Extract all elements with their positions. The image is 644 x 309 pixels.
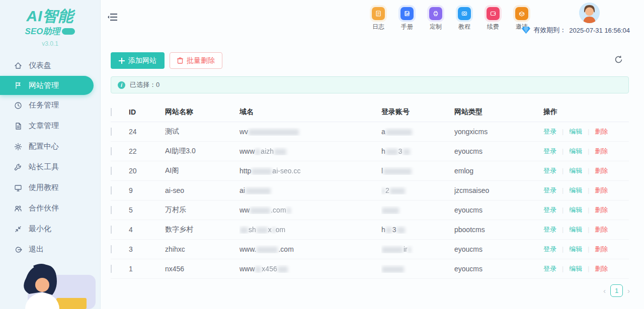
add-website-button[interactable]: 添加网站 (111, 52, 165, 69)
sidebar-item-dashboard[interactable]: 仪表盘 (0, 55, 100, 76)
sidebar-item-minimize[interactable]: 最小化 (0, 219, 100, 239)
cell-type: pbootcms (454, 226, 543, 234)
action-separator: | (588, 246, 589, 253)
sidebar-illustration (0, 259, 101, 309)
sidebar-item-config[interactable]: 配置中心 (0, 136, 100, 157)
login-action[interactable]: 登录 (543, 264, 556, 273)
delete-action[interactable]: 删除 (595, 225, 608, 234)
row-checkbox[interactable] (111, 265, 112, 273)
wrench-icon (14, 163, 22, 171)
delete-action[interactable]: 删除 (595, 166, 608, 175)
delete-action[interactable]: 删除 (595, 245, 608, 254)
cell-type: eyoucms (454, 245, 543, 253)
cell-type: eyoucms (454, 206, 543, 214)
cell-domain: wwwx456 (239, 265, 381, 273)
user-avatar[interactable] (579, 3, 600, 23)
delete-action[interactable]: 删除 (595, 264, 608, 273)
info-icon: i (118, 81, 125, 89)
plus-icon (119, 58, 125, 64)
table-row: 24测试wvayongxicms登录|编辑|删除 (111, 122, 629, 142)
refresh-icon[interactable] (614, 55, 623, 66)
quick-link-label: 续费 (487, 23, 499, 31)
login-action[interactable]: 登录 (543, 127, 556, 136)
edit-action[interactable]: 编辑 (569, 264, 582, 273)
edit-action[interactable]: 编辑 (569, 186, 582, 195)
login-action[interactable]: 登录 (543, 205, 556, 215)
select-all-checkbox[interactable] (111, 108, 112, 116)
quick-link-logs[interactable]: 日志 (371, 7, 386, 31)
quick-link-course[interactable]: 教程 (457, 7, 472, 31)
cell-type: emlog (454, 167, 543, 175)
sidebar-item-label: 退出 (29, 245, 44, 254)
quick-link-manual[interactable]: 手册 (399, 7, 415, 31)
row-checkbox[interactable] (111, 186, 112, 194)
row-checkbox[interactable] (111, 206, 112, 214)
delete-action[interactable]: 删除 (595, 186, 608, 195)
logout-icon (14, 246, 22, 254)
clock-icon (14, 101, 22, 110)
sidebar-item-tutorial[interactable]: 使用教程 (0, 177, 100, 198)
login-action[interactable]: 登录 (543, 225, 556, 234)
row-checkbox[interactable] (111, 147, 112, 155)
cell-account: a (381, 128, 454, 136)
cell-domain: wwwaizh (239, 147, 381, 155)
main-area: 日志手册定制教程续费邀请 有效期到： 2025-07-31 16:56:04 添… (101, 0, 644, 309)
cell-name: AI阁 (165, 166, 239, 175)
cell-domain: www..com (239, 245, 381, 253)
login-action[interactable]: 登录 (543, 186, 556, 195)
delete-action[interactable]: 删除 (595, 127, 608, 136)
selection-count-text: 已选择：0 (130, 80, 159, 89)
sidebar-collapse-icon[interactable] (108, 13, 118, 24)
doc-icon (14, 122, 22, 130)
edit-action[interactable]: 编辑 (569, 225, 582, 234)
edit-action[interactable]: 编辑 (569, 245, 582, 254)
cell-domain: wv (239, 128, 381, 136)
sidebar-menu: 仪表盘网站管理任务管理文章管理配置中心站长工具使用教程合作伙伴最小化退出 (0, 55, 100, 260)
sidebar-item-articles[interactable]: 文章管理 (0, 116, 100, 136)
sidebar-item-partners[interactable]: 合作伙伴 (0, 198, 100, 219)
sidebar-item-tools[interactable]: 站长工具 (0, 157, 100, 177)
cell-account: l (381, 167, 454, 175)
action-separator: | (588, 226, 589, 233)
quick-link-label: 教程 (458, 23, 470, 31)
sidebar-item-label: 配置中心 (29, 142, 59, 151)
logo-text-line2: SEO助理 (25, 26, 60, 37)
delete-action[interactable]: 删除 (595, 147, 608, 156)
delete-action[interactable]: 删除 (595, 205, 608, 215)
sidebar-item-websites[interactable]: 网站管理 (0, 76, 94, 95)
edit-action[interactable]: 编辑 (569, 147, 582, 156)
page-number[interactable]: 1 (610, 284, 623, 297)
prev-page-arrow[interactable]: ‹ (603, 287, 606, 294)
cell-id: 5 (129, 206, 165, 214)
col-id: ID (129, 108, 165, 116)
cell-id: 22 (129, 147, 165, 155)
edit-action[interactable]: 编辑 (569, 166, 582, 175)
login-action[interactable]: 登录 (543, 245, 556, 254)
next-page-arrow[interactable]: › (627, 287, 630, 294)
action-separator: | (562, 167, 564, 174)
people-icon (14, 204, 22, 213)
cell-account (381, 265, 454, 273)
table-row: 1nx456wwwx456eyoucms登录|编辑|删除 (111, 259, 629, 279)
cell-id: 20 (129, 167, 165, 175)
row-checkbox[interactable] (111, 167, 112, 175)
action-separator: | (562, 226, 564, 233)
edit-action[interactable]: 编辑 (569, 127, 582, 136)
quick-link-renew[interactable]: 续费 (486, 7, 501, 31)
sidebar-item-exit[interactable]: 退出 (0, 239, 100, 260)
cell-account: 2 (381, 186, 454, 194)
sidebar-item-label: 文章管理 (29, 121, 59, 131)
row-checkbox[interactable] (111, 226, 112, 234)
cell-id: 4 (129, 226, 165, 234)
cell-name: zhihxc (165, 245, 239, 253)
quick-link-custom[interactable]: 定制 (428, 7, 443, 31)
login-action[interactable]: 登录 (543, 147, 556, 156)
row-checkbox[interactable] (111, 128, 112, 136)
login-action[interactable]: 登录 (543, 166, 556, 175)
cell-domain: ai (239, 186, 381, 194)
edit-action[interactable]: 编辑 (569, 205, 582, 215)
batch-delete-button[interactable]: 批量删除 (170, 52, 222, 69)
quick-link-label: 定制 (430, 23, 442, 31)
sidebar-item-tasks[interactable]: 任务管理 (0, 95, 100, 116)
row-checkbox[interactable] (111, 245, 112, 253)
